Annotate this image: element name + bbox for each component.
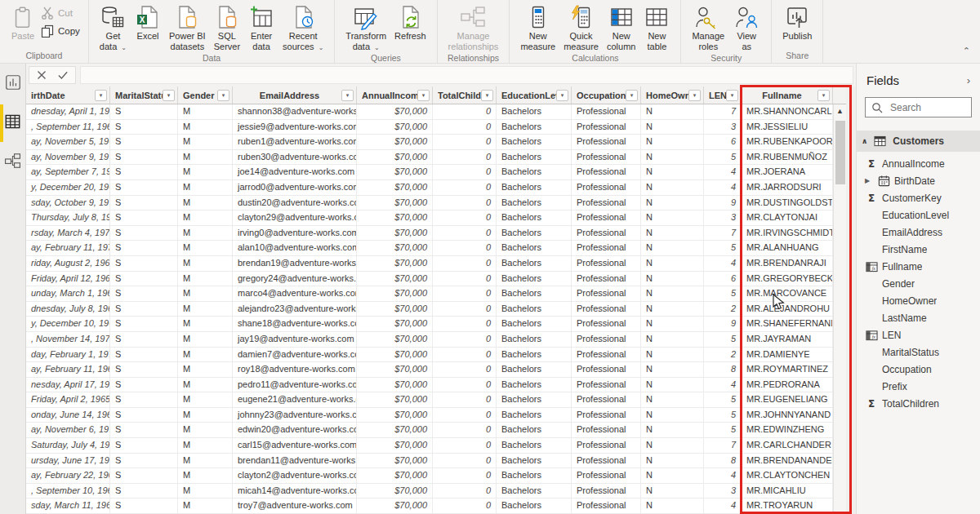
table-cell-totalchildren[interactable]: 0 xyxy=(433,302,497,317)
filter-dropdown-icon[interactable]: ▾ xyxy=(163,90,175,101)
table-cell-maritalstatus[interactable]: S xyxy=(110,454,178,468)
table-cell-gender[interactable]: M xyxy=(178,241,233,255)
table-cell-len[interactable]: 4 xyxy=(704,165,742,179)
cut-button[interactable]: Cut xyxy=(41,7,80,20)
table-cell-len[interactable]: 4 xyxy=(704,256,742,271)
filter-dropdown-icon[interactable]: ▾ xyxy=(217,90,229,101)
table-cell-educationlevel[interactable]: Bachelors xyxy=(497,256,572,271)
table-cell-totalchildren[interactable]: 0 xyxy=(433,392,497,407)
table-cell-maritalstatus[interactable]: S xyxy=(110,378,178,392)
field-item-emailaddress[interactable]: EmailAddress xyxy=(857,224,980,241)
table-cell-irthdate[interactable]: , September 11, 1964 xyxy=(26,120,110,135)
table-cell-maritalstatus[interactable]: S xyxy=(110,438,178,453)
table-cell-fullname[interactable]: MR.RUBENMUÑOZ xyxy=(742,150,833,165)
table-cell-maritalstatus[interactable]: S xyxy=(110,210,178,225)
table-cell-totalchildren[interactable]: 0 xyxy=(433,286,497,301)
filter-dropdown-icon[interactable]: ▾ xyxy=(417,90,430,101)
table-cell-homeowner[interactable]: N xyxy=(641,408,704,423)
table-cell-homeowner[interactable]: N xyxy=(641,165,704,179)
table-cell-annualincome[interactable]: $70,000 xyxy=(357,180,433,195)
table-cell-fullname[interactable]: MR.ALANHUANG xyxy=(742,241,833,255)
column-header-emailaddress[interactable]: EmailAddress▾ xyxy=(233,86,357,104)
collapse-ribbon-icon[interactable]: ⌃ xyxy=(963,46,970,56)
table-cell-educationlevel[interactable]: Bachelors xyxy=(497,362,572,377)
table-cell-irthdate[interactable]: ay, September 7, 1965 xyxy=(26,165,110,179)
table-cell-len[interactable]: 6 xyxy=(704,272,742,286)
table-cell-occupation[interactable]: Professional xyxy=(572,241,641,255)
table-cell-gender[interactable]: M xyxy=(178,392,233,407)
transform-data-button[interactable]: Transformdata ⌄ xyxy=(341,2,390,52)
table-cell-educationlevel[interactable]: Bachelors xyxy=(497,272,572,286)
table-cell-occupation[interactable]: Professional xyxy=(572,348,641,362)
table-cell-annualincome[interactable]: $70,000 xyxy=(357,120,433,135)
view-as-button[interactable]: Viewas xyxy=(728,2,764,52)
table-cell-maritalstatus[interactable]: S xyxy=(110,196,178,210)
table-cell-fullname[interactable]: MR.ROYMARTINEZ xyxy=(742,362,833,377)
table-cell-maritalstatus[interactable]: S xyxy=(110,392,178,407)
power-bi-datasets-button[interactable]: Power BIdatasets xyxy=(165,2,210,52)
table-cell-len[interactable]: 2 xyxy=(704,348,742,362)
table-cell-maritalstatus[interactable]: S xyxy=(110,332,178,347)
table-cell-educationlevel[interactable]: Bachelors xyxy=(497,210,572,225)
table-cell-educationlevel[interactable]: Bachelors xyxy=(497,423,572,437)
column-header-occupation[interactable]: Occupation▾ xyxy=(572,86,641,104)
table-cell-len[interactable]: 2 xyxy=(704,302,742,317)
table-cell-maritalstatus[interactable]: S xyxy=(110,256,178,271)
table-cell-totalchildren[interactable]: 0 xyxy=(433,468,497,483)
table-cell-homeowner[interactable]: N xyxy=(641,348,704,362)
table-cell-irthdate[interactable]: , November 14, 1976 xyxy=(26,332,110,347)
table-cell-gender[interactable]: M xyxy=(178,332,233,347)
manage-roles-button[interactable]: Manageroles xyxy=(688,2,728,52)
filter-dropdown-icon[interactable]: ▾ xyxy=(341,90,354,101)
table-cell-irthdate[interactable]: unday, March 1, 1964 xyxy=(26,286,110,301)
column-header-len[interactable]: LEN▾ xyxy=(704,86,742,104)
table-cell-len[interactable]: 5 xyxy=(704,423,742,437)
table-cell-len[interactable]: 4 xyxy=(704,180,742,195)
table-cell-gender[interactable]: M xyxy=(178,196,233,210)
table-cell-emailaddress[interactable]: troy7@adventure-works.com xyxy=(233,498,357,513)
table-cell-len[interactable]: 7 xyxy=(704,226,742,241)
table-cell-occupation[interactable]: Professional xyxy=(572,317,641,331)
table-cell-len[interactable]: 8 xyxy=(704,362,742,377)
table-cell-annualincome[interactable]: $70,000 xyxy=(357,150,433,165)
excel-button[interactable]: XExcel xyxy=(131,2,165,42)
table-cell-maritalstatus[interactable]: S xyxy=(110,302,178,317)
table-cell-occupation[interactable]: Professional xyxy=(572,120,641,135)
table-cell-totalchildren[interactable]: 0 xyxy=(433,348,497,362)
table-cell-emailaddress[interactable]: micah14@adventure-works.com xyxy=(233,484,357,498)
table-cell-annualincome[interactable]: $70,000 xyxy=(357,226,433,241)
table-cell-homeowner[interactable]: N xyxy=(641,256,704,271)
table-cell-emailaddress[interactable]: damien7@adventure-works.com xyxy=(233,348,357,362)
table-cell-irthdate[interactable]: nesday, April 17, 1968 xyxy=(26,378,110,392)
table-cell-annualincome[interactable]: $70,000 xyxy=(357,332,433,347)
table-cell-emailaddress[interactable]: alan10@adventure-works.com xyxy=(233,241,357,255)
filter-dropdown-icon[interactable]: ▾ xyxy=(726,90,738,101)
table-cell-len[interactable]: 9 xyxy=(704,317,742,331)
table-cell-fullname[interactable]: MR.CLAYTONJAI xyxy=(742,210,833,225)
table-cell-len[interactable]: 5 xyxy=(704,332,742,347)
table-cell-irthdate[interactable]: onday, June 14, 1965 xyxy=(26,408,110,423)
table-cell-gender[interactable]: M xyxy=(178,180,233,195)
table-cell-gender[interactable]: M xyxy=(178,423,233,437)
new-column-button[interactable]: Newcolumn xyxy=(603,2,639,52)
table-cell-educationlevel[interactable]: Bachelors xyxy=(497,332,572,347)
filter-dropdown-icon[interactable]: ▾ xyxy=(556,90,568,101)
table-cell-homeowner[interactable]: N xyxy=(641,438,704,453)
table-cell-irthdate[interactable]: ay, February 11, 1974 xyxy=(26,241,110,255)
table-cell-educationlevel[interactable]: Bachelors xyxy=(497,378,572,392)
table-cell-homeowner[interactable]: N xyxy=(641,226,704,241)
table-cell-emailaddress[interactable]: brendan11@adventure-works.com xyxy=(233,454,357,468)
table-cell-occupation[interactable]: Professional xyxy=(572,378,641,392)
table-cell-annualincome[interactable]: $70,000 xyxy=(357,408,433,423)
table-cell-homeowner[interactable]: N xyxy=(641,272,704,286)
table-cell-fullname[interactable]: MR.CARLCHANDER xyxy=(742,438,833,453)
table-cell-totalchildren[interactable]: 0 xyxy=(433,165,497,179)
table-cell-occupation[interactable]: Professional xyxy=(572,468,641,483)
table-cell-homeowner[interactable]: N xyxy=(641,135,704,149)
table-cell-occupation[interactable]: Professional xyxy=(572,302,641,317)
paste-button[interactable]: Paste xyxy=(7,2,39,42)
table-cell-emailaddress[interactable]: edwin20@adventure-works.com xyxy=(233,423,357,437)
table-cell-emailaddress[interactable]: johnny23@adventure-works.com xyxy=(233,408,357,423)
table-cell-emailaddress[interactable]: jay19@adventure-works.com xyxy=(233,332,357,347)
table-cell-fullname[interactable]: MR.CLAYTONCHEN xyxy=(742,468,833,483)
